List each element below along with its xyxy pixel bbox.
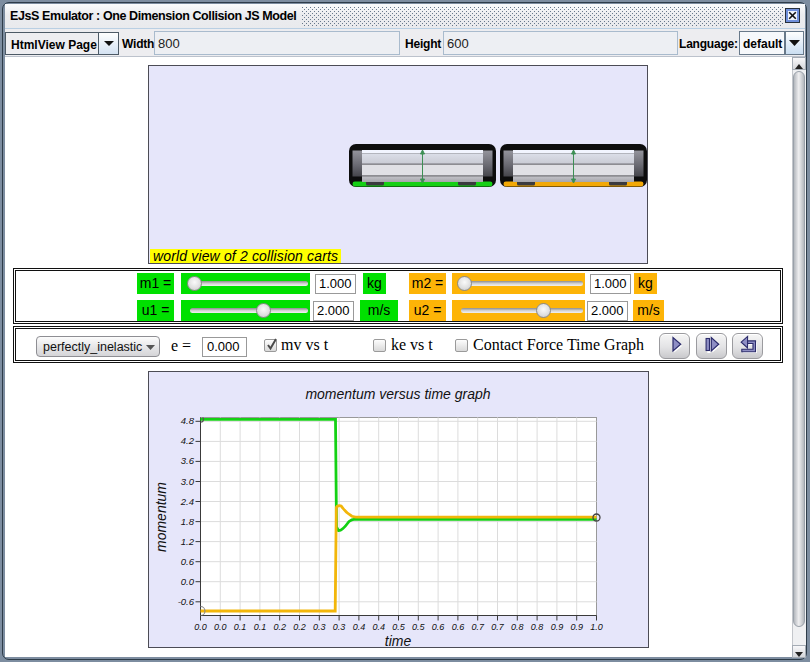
- svg-text:0.6: 0.6: [181, 556, 195, 567]
- svg-text:momentum: momentum: [153, 482, 169, 552]
- svg-text:3.6: 3.6: [181, 455, 195, 466]
- svg-text:0.6: 0.6: [452, 622, 465, 632]
- svg-text:3.0: 3.0: [181, 476, 195, 487]
- svg-text:0.0: 0.0: [214, 622, 227, 632]
- svg-text:0.7: 0.7: [491, 622, 505, 632]
- svg-text:0.8: 0.8: [511, 622, 524, 632]
- svg-text:time: time: [385, 633, 412, 648]
- svg-text:0.3: 0.3: [313, 622, 326, 632]
- svg-text:0.0: 0.0: [181, 576, 195, 587]
- svg-text:0.4: 0.4: [372, 622, 385, 632]
- svg-text:1.2: 1.2: [181, 536, 195, 547]
- svg-text:momentum versus time graph: momentum versus time graph: [305, 386, 490, 402]
- svg-text:0.8: 0.8: [531, 622, 544, 632]
- svg-text:0.0: 0.0: [194, 622, 207, 632]
- svg-text:4.2: 4.2: [181, 435, 195, 446]
- svg-text:0.2: 0.2: [273, 622, 286, 632]
- svg-text:1.8: 1.8: [181, 516, 195, 527]
- svg-text:0.7: 0.7: [471, 622, 485, 632]
- svg-text:0.3: 0.3: [333, 622, 346, 632]
- svg-text:0.5: 0.5: [392, 622, 406, 632]
- svg-text:-0.6: -0.6: [178, 596, 195, 607]
- svg-text:0.9: 0.9: [570, 622, 583, 632]
- svg-text:0.2: 0.2: [293, 622, 306, 632]
- svg-text:0.1: 0.1: [254, 622, 267, 632]
- svg-text:0.1: 0.1: [234, 622, 247, 632]
- svg-text:0.6: 0.6: [432, 622, 445, 632]
- svg-text:0.9: 0.9: [551, 622, 564, 632]
- svg-text:0.5: 0.5: [412, 622, 426, 632]
- svg-text:1.0: 1.0: [590, 622, 603, 632]
- svg-text:0.4: 0.4: [353, 622, 366, 632]
- svg-text:4.8: 4.8: [181, 415, 195, 426]
- svg-text:2.4: 2.4: [180, 496, 194, 507]
